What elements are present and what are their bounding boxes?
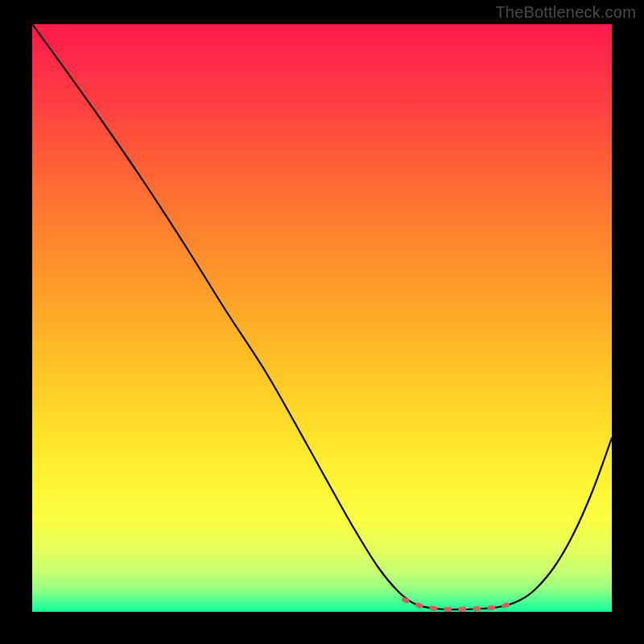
attribution-label: TheBottleneck.com	[495, 3, 636, 22]
optimal-dash	[32, 24, 612, 612]
plot-area	[32, 24, 612, 612]
chart-container: TheBottleneck.com	[0, 0, 644, 644]
optimal-dash-line	[404, 600, 515, 609]
